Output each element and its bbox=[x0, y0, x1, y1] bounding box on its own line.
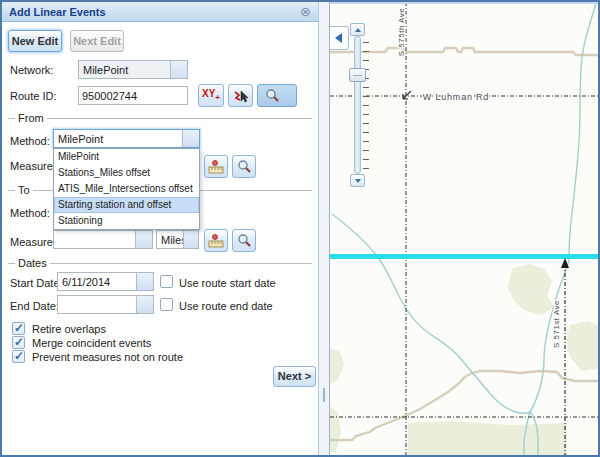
from-separator bbox=[8, 118, 312, 119]
map-zoom-slider bbox=[348, 23, 374, 187]
zoom-out-button[interactable] bbox=[350, 174, 365, 187]
chevron-down-icon[interactable] bbox=[136, 296, 153, 313]
dropdown-item[interactable]: ATIS_Mile_Intersections offset bbox=[54, 181, 199, 197]
add-linear-events-window: Add Linear Events ⊗ New Edit Next Edit N… bbox=[0, 0, 600, 457]
start-date-value: 6/11/2014 bbox=[62, 276, 135, 288]
to-measure-label: Measure: bbox=[10, 236, 56, 248]
chevron-down-icon[interactable] bbox=[182, 130, 199, 147]
dates-separator bbox=[8, 263, 312, 264]
zoom-slider-ticks bbox=[363, 42, 369, 170]
zoom-slider-track[interactable] bbox=[354, 36, 361, 174]
select-route-on-map-button[interactable] bbox=[228, 84, 253, 107]
intersection-arrow-icon bbox=[403, 91, 411, 99]
from-method-label: Method: bbox=[10, 135, 50, 147]
network-value: MilePoint bbox=[83, 64, 169, 76]
end-date-label: End Date: bbox=[10, 300, 59, 312]
from-measure-on-map-button[interactable] bbox=[204, 155, 228, 178]
network-combobox[interactable]: MilePoint bbox=[78, 60, 188, 79]
from-measure-label: Measure: bbox=[10, 160, 56, 172]
panel-title: Add Linear Events bbox=[9, 6, 106, 18]
to-legend: To bbox=[15, 184, 33, 196]
search-icon bbox=[237, 159, 252, 174]
chevron-left-icon bbox=[335, 33, 342, 43]
units-combobox[interactable]: Miles bbox=[156, 230, 199, 249]
vegetation-area bbox=[330, 406, 341, 452]
from-method-value: MilePoint bbox=[58, 133, 181, 145]
method-dropdown-list: MilePoint Stations_Miles offset ATIS_Mil… bbox=[53, 148, 200, 230]
street-label-luhman: W Luhman Rd bbox=[423, 92, 489, 102]
map-top-border bbox=[330, 2, 598, 4]
chevron-down-icon[interactable] bbox=[170, 61, 187, 78]
ruler-icon bbox=[208, 233, 224, 249]
selected-route-highlight bbox=[330, 254, 598, 259]
vegetation-area bbox=[566, 321, 598, 371]
vegetation-area bbox=[330, 348, 344, 384]
dropdown-item[interactable]: MilePoint bbox=[54, 149, 199, 165]
next-button[interactable]: Next > bbox=[273, 366, 316, 387]
prevent-measures-label: Prevent measures not on route bbox=[32, 351, 183, 363]
ruler-icon bbox=[208, 159, 224, 175]
retire-overlaps-checkbox[interactable] bbox=[12, 322, 25, 335]
search-icon bbox=[265, 88, 280, 103]
chevron-down-icon[interactable] bbox=[135, 231, 152, 248]
route-search-split-button[interactable] bbox=[257, 84, 297, 107]
map-pointer-icon bbox=[233, 88, 249, 104]
route-id-input[interactable] bbox=[79, 88, 190, 103]
dropdown-item[interactable]: Stationing bbox=[54, 213, 199, 229]
from-measure-search-button[interactable] bbox=[232, 155, 256, 178]
creek-line bbox=[332, 214, 530, 413]
street-label-575th: S 575th Ave bbox=[397, 8, 406, 57]
end-date-picker[interactable] bbox=[57, 295, 154, 314]
select-xy-button[interactable]: XY+ bbox=[198, 84, 224, 107]
collapse-panel-button[interactable] bbox=[330, 26, 349, 50]
add-linear-events-panel: Add Linear Events ⊗ New Edit Next Edit N… bbox=[2, 2, 318, 455]
dropdown-item-selected[interactable]: Starting station and offset bbox=[54, 197, 199, 213]
arrow-down-icon bbox=[355, 179, 361, 183]
to-method-label: Method: bbox=[10, 207, 50, 219]
panel-map-splitter[interactable] bbox=[318, 2, 330, 455]
route-id-field bbox=[78, 86, 188, 105]
use-route-end-date-label: Use route end date bbox=[179, 300, 273, 312]
panel-header: Add Linear Events ⊗ bbox=[2, 2, 318, 22]
xy-icon: XY+ bbox=[202, 89, 220, 103]
chevron-down-icon[interactable] bbox=[136, 273, 153, 290]
start-date-picker[interactable]: 6/11/2014 bbox=[57, 272, 154, 291]
start-date-label: Start Date: bbox=[10, 277, 63, 289]
merge-coincident-events-checkbox[interactable] bbox=[12, 336, 25, 349]
to-measure-search-button[interactable] bbox=[232, 229, 256, 252]
vegetation-area bbox=[408, 421, 567, 455]
use-route-start-date-checkbox[interactable] bbox=[160, 275, 173, 288]
use-route-start-date-label: Use route start date bbox=[179, 277, 276, 289]
street-label-571st: S 571st Ave bbox=[552, 300, 561, 348]
network-label: Network: bbox=[10, 64, 53, 76]
from-legend: From bbox=[15, 112, 47, 124]
splitter-grip[interactable] bbox=[323, 388, 325, 402]
prevent-measures-checkbox[interactable] bbox=[12, 350, 25, 363]
arrow-up-icon bbox=[355, 28, 361, 32]
units-value: Miles bbox=[161, 234, 184, 246]
from-method-combobox[interactable]: MilePoint bbox=[53, 129, 200, 148]
close-icon[interactable]: ⊗ bbox=[299, 5, 312, 18]
map-view[interactable]: S 575th Ave W Luhman Rd S 571st Ave bbox=[330, 2, 598, 455]
dates-legend: Dates bbox=[15, 257, 50, 269]
dropdown-item[interactable]: Stations_Miles offset bbox=[54, 165, 199, 181]
chevron-down-icon[interactable] bbox=[183, 231, 198, 248]
route-id-label: Route ID: bbox=[10, 90, 56, 102]
next-edit-button[interactable]: Next Edit bbox=[70, 30, 124, 52]
use-route-end-date-checkbox[interactable] bbox=[160, 298, 173, 311]
vegetation-area bbox=[508, 264, 554, 315]
search-icon bbox=[237, 233, 252, 248]
to-measure-combobox[interactable] bbox=[53, 230, 153, 249]
zoom-slider-handle[interactable] bbox=[349, 68, 366, 82]
zoom-in-button[interactable] bbox=[350, 23, 365, 36]
merge-coincident-events-label: Merge coincident events bbox=[32, 337, 151, 349]
retire-overlaps-label: Retire overlaps bbox=[32, 323, 106, 335]
to-measure-on-map-button[interactable] bbox=[204, 229, 228, 252]
new-edit-button[interactable]: New Edit bbox=[8, 30, 62, 52]
